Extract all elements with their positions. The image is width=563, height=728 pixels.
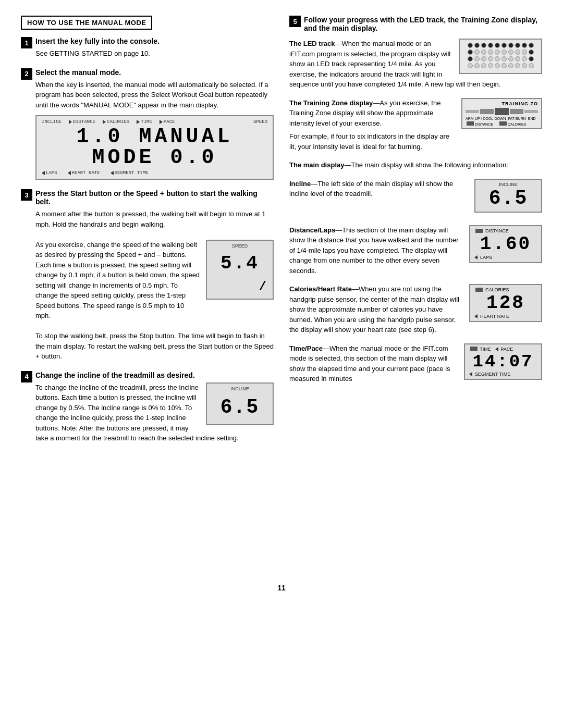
led-track-block: The LED track—When the manual mode or an… [289, 39, 542, 90]
led-dot [522, 63, 527, 68]
page: HOW TO USE THE MANUAL MODE 1 Insert the … [0, 0, 563, 728]
led-dot [508, 56, 513, 61]
tz-zone-fat-burn: FAT-BURN [508, 117, 526, 120]
time-label-pace: PACE [495, 347, 513, 352]
tz-zone-arm-up: ARM-UP / COOL-DOWN [466, 117, 506, 120]
led-dot [508, 63, 513, 68]
step-number-1: 1 [21, 37, 32, 48]
led-track-display [459, 39, 542, 74]
led-dot [468, 50, 473, 55]
led-dot [488, 56, 493, 61]
tz-dist-label: DISTANCE [466, 121, 493, 126]
tz-title: TRAINING ZO [466, 101, 538, 106]
time-label-time: TIME [469, 347, 491, 352]
right-column: 5 Follow your progress with the LED trac… [289, 16, 542, 573]
step-3: 3 Press the Start button or the Speed + … [21, 189, 274, 362]
led-dot [468, 56, 473, 61]
training-zone-title: The Training Zone dis­play [289, 99, 373, 107]
led-dot [495, 63, 500, 68]
page-number: 11 [21, 584, 542, 712]
led-track-title: The LED track [289, 40, 335, 47]
led-dot [474, 43, 480, 48]
tz-bar-1 [466, 110, 479, 113]
step-4-title: Change the incline of the treadmill as d… [35, 371, 274, 379]
calories-title: Calories/Heart Rate [289, 285, 352, 293]
led-dot [508, 43, 513, 48]
incline-display-right: INCLINE 6.5 [474, 179, 542, 213]
step-4-body: INCLINE 6.5 To change the incline of the… [35, 382, 274, 443]
tz-bar-5 [524, 110, 538, 113]
time-title: Time/Pace [289, 344, 323, 352]
led-dot [515, 56, 520, 61]
led-dot [474, 50, 480, 55]
step-5-title-text: Follow your progress with the LED track,… [304, 16, 537, 32]
calories-display: CALORIES 128 HEART RATE [469, 284, 542, 322]
distance-title: Distance/Laps [289, 226, 335, 234]
lcd-label-pace: PACE [160, 119, 175, 125]
led-dot [488, 63, 493, 68]
lcd-main-text: 1.0 MANUAL MODE 0.0 [42, 127, 267, 168]
distance-value: 1.60 [474, 233, 537, 255]
led-dot [529, 50, 534, 55]
led-row-1 [463, 43, 538, 48]
led-dot [515, 63, 520, 68]
tz-bar-4 [510, 109, 523, 114]
step-1-body: See GETTING STARTED on page 10. [35, 48, 274, 59]
led-dot [501, 56, 507, 61]
main-display-title: The main display [289, 161, 344, 169]
lcd-labels-bottom: LAPS HEART RATE SEGMENT TIME [42, 170, 267, 176]
led-dot [468, 63, 473, 68]
led-dot [515, 43, 520, 48]
calories-label-top: CALORIES [474, 287, 537, 292]
led-dot [474, 56, 480, 61]
led-dot [488, 50, 493, 55]
step-number-5: 5 [289, 16, 301, 27]
lcd-main-display: INCLINE DISTANCE CALORIES TIME PACE SPEE… [35, 115, 274, 180]
led-dot [474, 63, 480, 68]
training-zone-display: TRAINING ZO ARM-UP / COOL-DOWN FAT-BURN … [461, 98, 542, 129]
time-value: 14:07 [469, 352, 537, 372]
lcd-label-time: TIME [137, 119, 152, 125]
tz-bottom-labels: DISTANCE CALORIES [466, 121, 538, 126]
step-1: 1 Insert the key fully into the console.… [21, 37, 274, 59]
led-dot [529, 43, 534, 48]
incline-label-step4: INCLINE [211, 386, 268, 393]
lcd-label-segment-time: SEGMENT TIME [111, 170, 149, 176]
led-dot [501, 43, 507, 48]
distance-laps-block: DISTANCE 1.60 LAPS Distance/Laps—This se… [289, 225, 542, 276]
lcd-label-distance: DISTANCE [69, 119, 95, 125]
distance-label-bottom: LAPS [474, 255, 537, 260]
led-dot [495, 43, 500, 48]
tz-zone-labels: ARM-UP / COOL-DOWN FAT-BURN END [466, 117, 538, 120]
lcd-label-heart-rate: HEART RATE [68, 170, 100, 176]
led-dot [508, 50, 513, 55]
lcd-label-incline: INCLINE [42, 119, 62, 125]
led-dot [468, 43, 473, 48]
incline-value-step4: 6.5 [211, 392, 268, 422]
led-dot [481, 63, 486, 68]
step-3-body-p1: A moment after the button is pressed, th… [35, 209, 274, 229]
led-dot [495, 56, 500, 61]
led-row-3 [463, 56, 538, 61]
incline-display-step4: INCLINE 6.5 [206, 382, 274, 426]
led-dot [515, 50, 520, 55]
speed-slash: / [211, 278, 268, 297]
led-row-2 [463, 50, 538, 55]
step-number-2: 2 [21, 68, 32, 80]
time-labels-top: TIME PACE [469, 347, 537, 352]
step-3-body: A moment after the button is pressed, th… [35, 209, 274, 362]
led-dot [481, 43, 486, 48]
led-dot [522, 50, 527, 55]
time-display: TIME PACE 14:07 SEGMENT TIME [464, 343, 542, 380]
incline-block: INCLINE 6.5 Incline—The left side of the… [289, 179, 542, 217]
distance-display: DISTANCE 1.60 LAPS [469, 225, 542, 263]
step-2: 2 Select the manual mode. When the key i… [21, 68, 274, 180]
led-dot [501, 50, 507, 55]
left-column: HOW TO USE THE MANUAL MODE 1 Insert the … [21, 16, 274, 573]
tz-bar-2 [480, 109, 494, 114]
calories-hr-block: CALORIES 128 HEART RATE Calories/Heart R… [289, 284, 542, 335]
incline-title: Incline [289, 180, 311, 188]
tz-bar-3 [495, 108, 508, 115]
step-number-4: 4 [21, 371, 32, 382]
training-zone-extra: For example, if four to six indicators i… [289, 131, 542, 152]
